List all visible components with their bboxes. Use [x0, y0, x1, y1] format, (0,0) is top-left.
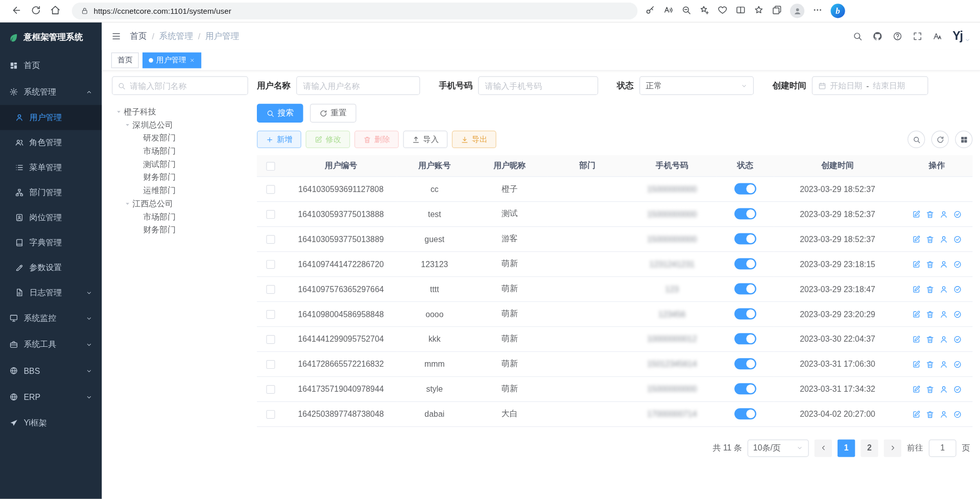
- back-button[interactable]: [11, 5, 22, 17]
- row-assign-role-button[interactable]: [953, 235, 962, 244]
- row-edit-button[interactable]: [912, 210, 921, 219]
- phone-input[interactable]: [478, 76, 598, 95]
- row-reset-password-button[interactable]: [939, 410, 948, 419]
- reset-button[interactable]: 重置: [310, 104, 356, 123]
- password-key-icon[interactable]: [645, 5, 655, 17]
- row-reset-password-button[interactable]: [939, 210, 948, 219]
- row-checkbox[interactable]: [267, 260, 275, 269]
- status-toggle[interactable]: [734, 233, 756, 245]
- help-button[interactable]: [893, 31, 903, 41]
- page-1-button[interactable]: 1: [838, 439, 855, 457]
- search-button[interactable]: 搜索: [257, 104, 303, 123]
- column-settings-button[interactable]: [955, 131, 972, 148]
- font-size-button[interactable]: [933, 31, 943, 41]
- sidebar-item-erp[interactable]: ERP: [0, 384, 102, 410]
- user-menu[interactable]: Yj: [952, 30, 970, 43]
- row-checkbox[interactable]: [267, 235, 275, 244]
- browser-home-button[interactable]: [50, 5, 61, 17]
- bing-chat-button[interactable]: b: [831, 4, 845, 18]
- row-checkbox[interactable]: [267, 360, 275, 369]
- select-all-checkbox[interactable]: [267, 161, 275, 170]
- collections-button[interactable]: [772, 5, 782, 17]
- tree-node[interactable]: 橙子科技: [112, 105, 248, 118]
- row-delete-button[interactable]: [926, 310, 935, 319]
- profile-avatar[interactable]: [790, 4, 804, 18]
- page-2-button[interactable]: 2: [861, 439, 878, 457]
- row-delete-button[interactable]: [926, 285, 935, 294]
- row-assign-role-button[interactable]: [953, 410, 962, 419]
- sidebar-item-dict-management[interactable]: 字典管理: [0, 230, 102, 255]
- date-range-picker[interactable]: 开始日期 - 结束日期: [812, 76, 928, 95]
- export-button[interactable]: 导出: [452, 131, 496, 148]
- sidebar-item-user-management[interactable]: 用户管理: [0, 105, 102, 130]
- zoom-out-button[interactable]: [681, 5, 691, 17]
- header-search-button[interactable]: [852, 31, 863, 41]
- row-delete-button[interactable]: [926, 385, 935, 394]
- tree-node[interactable]: 深圳总公司: [112, 118, 248, 131]
- dept-search-input[interactable]: [130, 77, 248, 94]
- status-toggle[interactable]: [734, 383, 756, 394]
- tree-node[interactable]: 财务部门: [112, 223, 248, 236]
- row-edit-button[interactable]: [912, 285, 921, 294]
- sidebar-item-role-management[interactable]: 角色管理: [0, 130, 102, 155]
- row-assign-role-button[interactable]: [953, 285, 962, 294]
- tree-node[interactable]: 市场部门: [112, 145, 248, 158]
- fullscreen-button[interactable]: [913, 31, 923, 41]
- tab-home[interactable]: 首页: [111, 52, 139, 68]
- row-assign-role-button[interactable]: [953, 385, 962, 394]
- sidebar-item-post-management[interactable]: 岗位管理: [0, 205, 102, 230]
- show-search-button[interactable]: [907, 131, 925, 148]
- status-toggle[interactable]: [734, 408, 756, 419]
- add-favorite-button[interactable]: [700, 5, 710, 17]
- status-toggle[interactable]: [734, 283, 756, 294]
- refresh-table-button[interactable]: [931, 131, 949, 148]
- next-page-button[interactable]: [884, 439, 901, 457]
- row-reset-password-button[interactable]: [939, 235, 948, 244]
- row-checkbox[interactable]: [267, 385, 275, 394]
- sidebar-item-dept-management[interactable]: 部门管理: [0, 180, 102, 205]
- row-edit-button[interactable]: [912, 260, 921, 269]
- row-edit-button[interactable]: [912, 310, 921, 319]
- row-edit-button[interactable]: [912, 410, 921, 419]
- status-toggle[interactable]: [734, 308, 756, 319]
- page-size-select[interactable]: 10条/页: [748, 439, 809, 457]
- status-toggle[interactable]: [734, 258, 756, 269]
- sidebar-item-home[interactable]: 首页: [0, 53, 102, 79]
- sidebar-item-system-management[interactable]: 系统管理: [0, 79, 102, 105]
- favorites-button[interactable]: [754, 5, 764, 17]
- row-assign-role-button[interactable]: [953, 210, 962, 219]
- status-toggle[interactable]: [734, 333, 756, 344]
- row-edit-button[interactable]: [912, 385, 921, 394]
- row-checkbox[interactable]: [267, 310, 275, 319]
- row-reset-password-button[interactable]: [939, 360, 948, 369]
- read-aloud-button[interactable]: [663, 5, 674, 17]
- edit-button[interactable]: 修改: [305, 131, 350, 148]
- sidebar-item-log-management[interactable]: 日志管理: [0, 280, 102, 305]
- status-select[interactable]: 正常: [639, 76, 754, 95]
- add-button[interactable]: 新增: [257, 131, 301, 148]
- row-reset-password-button[interactable]: [939, 285, 948, 294]
- breadcrumb-home[interactable]: 首页: [130, 31, 147, 42]
- row-checkbox[interactable]: [267, 210, 275, 219]
- tree-node[interactable]: 财务部门: [112, 171, 248, 184]
- row-delete-button[interactable]: [926, 410, 935, 419]
- row-checkbox[interactable]: [267, 285, 275, 294]
- row-delete-button[interactable]: [926, 260, 935, 269]
- row-delete-button[interactable]: [926, 235, 935, 244]
- sidebar-item-bbs[interactable]: BBS: [0, 358, 102, 384]
- split-screen-button[interactable]: [736, 5, 746, 17]
- row-edit-button[interactable]: [912, 360, 921, 369]
- tree-node[interactable]: 市场部门: [112, 210, 248, 223]
- delete-button[interactable]: 删除: [354, 131, 399, 148]
- status-toggle[interactable]: [734, 358, 756, 369]
- row-assign-role-button[interactable]: [953, 310, 962, 319]
- row-delete-button[interactable]: [926, 335, 935, 344]
- tree-node[interactable]: 研发部门: [112, 131, 248, 145]
- github-link[interactable]: [873, 31, 883, 41]
- sidebar-item-yi-framework[interactable]: Yi框架: [0, 410, 102, 436]
- prev-page-button[interactable]: [815, 439, 832, 457]
- row-reset-password-button[interactable]: [939, 385, 948, 394]
- browser-essentials-button[interactable]: [718, 5, 728, 17]
- refresh-button[interactable]: [31, 5, 41, 17]
- sidebar-item-param-settings[interactable]: 参数设置: [0, 255, 102, 280]
